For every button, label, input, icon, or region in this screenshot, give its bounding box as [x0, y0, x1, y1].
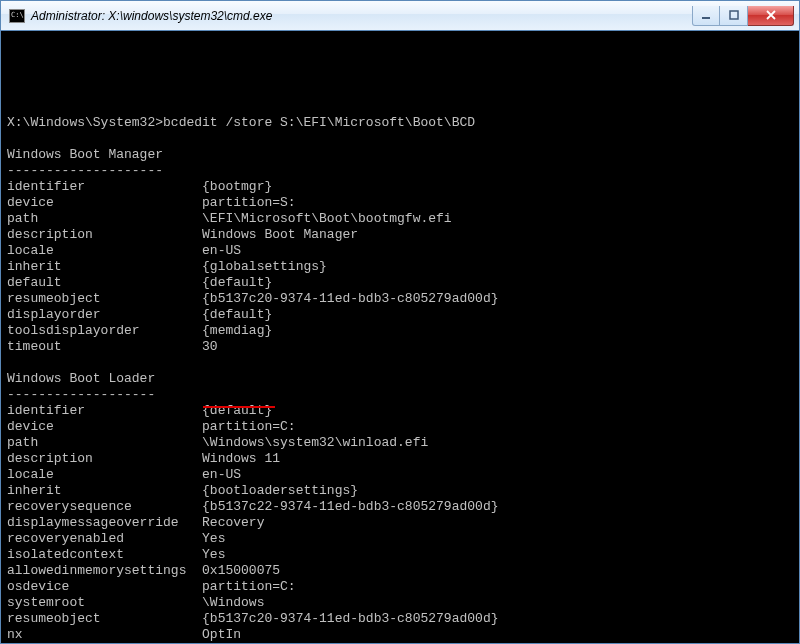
terminal-line: inherit{globalsettings} [7, 259, 793, 275]
terminal-line: ------------------- [7, 387, 793, 403]
terminal-line: devicepartition=C: [7, 419, 793, 435]
terminal-line: inherit{bootloadersettings} [7, 483, 793, 499]
terminal-line: identifier{default} [7, 403, 793, 419]
terminal-line: toolsdisplayorder{memdiag} [7, 323, 793, 339]
window-controls [692, 6, 794, 26]
terminal-line: allowedinmemorysettings0x15000075 [7, 563, 793, 579]
terminal-line: path\EFI\Microsoft\Boot\bootmgfw.efi [7, 211, 793, 227]
terminal-line: -------------------- [7, 163, 793, 179]
terminal-line: identifier{bootmgr} [7, 179, 793, 195]
terminal-line: displaymessageoverrideRecovery [7, 515, 793, 531]
terminal-line: timeout30 [7, 339, 793, 355]
window-title: Administrator: X:\windows\system32\cmd.e… [31, 9, 692, 23]
terminal-line: localeen-US [7, 467, 793, 483]
terminal-line: localeen-US [7, 243, 793, 259]
close-button[interactable] [748, 6, 794, 26]
cmd-window: Administrator: X:\windows\system32\cmd.e… [0, 0, 800, 644]
terminal-line: osdevicepartition=C: [7, 579, 793, 595]
cmd-icon [9, 9, 25, 23]
maximize-button[interactable] [720, 6, 748, 26]
terminal-output[interactable]: X:\Windows\System32>bcdedit /store S:\EF… [1, 31, 799, 643]
terminal-line: Windows Boot Loader [7, 371, 793, 387]
terminal-line: default{default} [7, 275, 793, 291]
terminal-line: path\Windows\system32\winload.efi [7, 435, 793, 451]
highlight-default [203, 406, 275, 408]
terminal-line: recoveryenabledYes [7, 531, 793, 547]
terminal-line: displayorder{default} [7, 307, 793, 323]
svg-rect-1 [730, 11, 738, 19]
terminal-line [7, 131, 793, 147]
minimize-button[interactable] [692, 6, 720, 26]
terminal-line [7, 355, 793, 371]
terminal-line: resumeobject{b5137c20-9374-11ed-bdb3-c80… [7, 291, 793, 307]
terminal-line: nxOptIn [7, 627, 793, 643]
terminal-line: Windows Boot Manager [7, 147, 793, 163]
terminal-line: resumeobject{b5137c20-9374-11ed-bdb3-c80… [7, 611, 793, 627]
terminal-line: isolatedcontextYes [7, 547, 793, 563]
titlebar[interactable]: Administrator: X:\windows\system32\cmd.e… [1, 1, 799, 31]
terminal-line: descriptionWindows 11 [7, 451, 793, 467]
terminal-line: X:\Windows\System32>bcdedit /store S:\EF… [7, 115, 793, 131]
terminal-line: descriptionWindows Boot Manager [7, 227, 793, 243]
terminal-line: recoverysequence{b5137c22-9374-11ed-bdb3… [7, 499, 793, 515]
terminal-line: systemroot\Windows [7, 595, 793, 611]
svg-rect-0 [702, 17, 710, 19]
terminal-line: devicepartition=S: [7, 195, 793, 211]
